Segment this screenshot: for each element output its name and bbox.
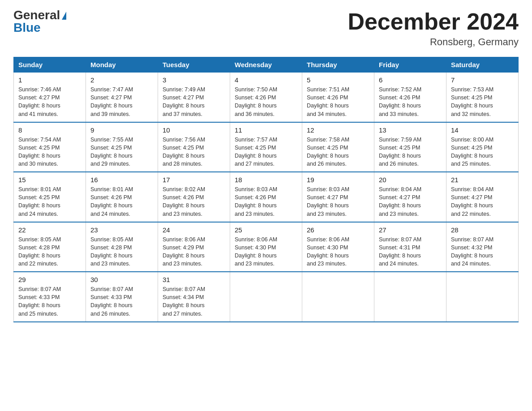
day-number: 13 [379, 126, 442, 134]
day-info: Sunrise: 7:58 AMSunset: 4:25 PMDaylight:… [307, 136, 369, 168]
calendar-cell: 31Sunrise: 8:07 AMSunset: 4:34 PMDayligh… [158, 272, 230, 322]
day-info: Sunrise: 8:06 AMSunset: 4:30 PMDaylight:… [307, 235, 369, 268]
day-number: 21 [451, 176, 514, 184]
day-number: 18 [235, 176, 297, 184]
calendar-cell: 20Sunrise: 8:04 AMSunset: 4:27 PMDayligh… [374, 172, 446, 222]
day-number: 2 [90, 76, 153, 84]
calendar-cell: 7Sunrise: 7:53 AMSunset: 4:25 PMDaylight… [446, 73, 519, 122]
calendar-subtitle: Ronsberg, Germany [348, 36, 519, 48]
logo-blue-text: Blue [13, 21, 41, 34]
calendar-cell: 13Sunrise: 7:59 AMSunset: 4:25 PMDayligh… [374, 122, 446, 172]
day-info: Sunrise: 8:01 AMSunset: 4:26 PMDaylight:… [90, 185, 153, 218]
calendar-cell: 6Sunrise: 7:52 AMSunset: 4:26 PMDaylight… [374, 73, 446, 122]
day-number: 6 [379, 76, 442, 84]
calendar-cell [374, 272, 446, 322]
day-number: 9 [90, 126, 153, 134]
day-number: 28 [451, 226, 514, 234]
calendar-cell: 14Sunrise: 8:00 AMSunset: 4:25 PMDayligh… [446, 122, 519, 172]
day-number: 25 [235, 226, 297, 234]
day-info: Sunrise: 8:03 AMSunset: 4:26 PMDaylight:… [235, 185, 297, 218]
day-info: Sunrise: 8:05 AMSunset: 4:28 PMDaylight:… [18, 235, 81, 268]
calendar-cell: 15Sunrise: 8:01 AMSunset: 4:25 PMDayligh… [14, 172, 86, 222]
col-header-saturday: Saturday [446, 57, 519, 73]
day-info: Sunrise: 7:47 AMSunset: 4:27 PMDaylight:… [90, 86, 153, 118]
calendar-cell: 19Sunrise: 8:03 AMSunset: 4:27 PMDayligh… [302, 172, 374, 222]
calendar-cell: 17Sunrise: 8:02 AMSunset: 4:26 PMDayligh… [158, 172, 230, 222]
calendar-table: SundayMondayTuesdayWednesdayThursdayFrid… [13, 57, 519, 322]
day-info: Sunrise: 7:56 AMSunset: 4:25 PMDaylight:… [163, 136, 225, 168]
calendar-cell [446, 272, 519, 322]
day-number: 20 [379, 176, 442, 184]
day-info: Sunrise: 8:04 AMSunset: 4:27 PMDaylight:… [451, 185, 514, 218]
day-number: 30 [90, 276, 153, 283]
day-info: Sunrise: 7:49 AMSunset: 4:27 PMDaylight:… [163, 86, 225, 118]
day-number: 17 [163, 176, 225, 184]
col-header-wednesday: Wednesday [230, 57, 302, 73]
day-info: Sunrise: 8:07 AMSunset: 4:32 PMDaylight:… [451, 235, 514, 268]
calendar-cell: 29Sunrise: 8:07 AMSunset: 4:33 PMDayligh… [14, 272, 86, 322]
day-info: Sunrise: 7:51 AMSunset: 4:26 PMDaylight:… [307, 86, 369, 118]
calendar-cell: 27Sunrise: 8:07 AMSunset: 4:31 PMDayligh… [374, 222, 446, 272]
day-number: 22 [18, 226, 81, 234]
calendar-cell: 11Sunrise: 7:57 AMSunset: 4:25 PMDayligh… [230, 122, 302, 172]
calendar-cell: 26Sunrise: 8:06 AMSunset: 4:30 PMDayligh… [302, 222, 374, 272]
logo-general-line: General [13, 9, 66, 21]
calendar-week-row: 29Sunrise: 8:07 AMSunset: 4:33 PMDayligh… [14, 272, 519, 322]
col-header-tuesday: Tuesday [158, 57, 230, 73]
logo: General Blue [13, 9, 66, 34]
day-info: Sunrise: 8:07 AMSunset: 4:33 PMDaylight:… [18, 285, 81, 318]
calendar-cell: 2Sunrise: 7:47 AMSunset: 4:27 PMDaylight… [86, 73, 158, 122]
day-info: Sunrise: 8:05 AMSunset: 4:28 PMDaylight:… [90, 235, 153, 268]
day-info: Sunrise: 8:02 AMSunset: 4:26 PMDaylight:… [163, 185, 225, 218]
day-number: 1 [18, 76, 81, 84]
day-number: 10 [163, 126, 225, 134]
calendar-cell: 3Sunrise: 7:49 AMSunset: 4:27 PMDaylight… [158, 73, 230, 122]
day-number: 16 [90, 176, 153, 184]
day-info: Sunrise: 8:00 AMSunset: 4:25 PMDaylight:… [451, 136, 514, 168]
day-number: 15 [18, 176, 81, 184]
calendar-week-row: 8Sunrise: 7:54 AMSunset: 4:25 PMDaylight… [14, 122, 519, 172]
day-info: Sunrise: 8:03 AMSunset: 4:27 PMDaylight:… [307, 185, 369, 218]
calendar-title: December 2024 [348, 9, 519, 34]
calendar-cell [302, 272, 374, 322]
calendar-header-row: SundayMondayTuesdayWednesdayThursdayFrid… [14, 57, 519, 73]
calendar-week-row: 1Sunrise: 7:46 AMSunset: 4:27 PMDaylight… [14, 73, 519, 122]
day-number: 23 [90, 226, 153, 234]
calendar-cell: 21Sunrise: 8:04 AMSunset: 4:27 PMDayligh… [446, 172, 519, 222]
day-number: 19 [307, 176, 369, 184]
day-number: 29 [18, 276, 81, 283]
col-header-sunday: Sunday [14, 57, 86, 73]
col-header-monday: Monday [86, 57, 158, 73]
day-info: Sunrise: 8:07 AMSunset: 4:33 PMDaylight:… [90, 285, 153, 318]
day-info: Sunrise: 7:53 AMSunset: 4:25 PMDaylight:… [451, 86, 514, 118]
col-header-thursday: Thursday [302, 57, 374, 73]
calendar-cell: 16Sunrise: 8:01 AMSunset: 4:26 PMDayligh… [86, 172, 158, 222]
day-number: 12 [307, 126, 369, 134]
day-number: 26 [307, 226, 369, 234]
calendar-cell: 10Sunrise: 7:56 AMSunset: 4:25 PMDayligh… [158, 122, 230, 172]
page-header: General Blue December 2024 Ronsberg, Ger… [13, 9, 519, 48]
day-number: 11 [235, 126, 297, 134]
day-info: Sunrise: 8:06 AMSunset: 4:29 PMDaylight:… [163, 235, 225, 268]
day-info: Sunrise: 7:46 AMSunset: 4:27 PMDaylight:… [18, 86, 81, 118]
calendar-cell: 24Sunrise: 8:06 AMSunset: 4:29 PMDayligh… [158, 222, 230, 272]
calendar-cell: 28Sunrise: 8:07 AMSunset: 4:32 PMDayligh… [446, 222, 519, 272]
logo-triangle-icon [62, 12, 66, 20]
calendar-cell: 18Sunrise: 8:03 AMSunset: 4:26 PMDayligh… [230, 172, 302, 222]
day-info: Sunrise: 7:55 AMSunset: 4:25 PMDaylight:… [90, 136, 153, 168]
day-number: 7 [451, 76, 514, 84]
day-info: Sunrise: 7:54 AMSunset: 4:25 PMDaylight:… [18, 136, 81, 168]
calendar-cell: 8Sunrise: 7:54 AMSunset: 4:25 PMDaylight… [14, 122, 86, 172]
title-block: December 2024 Ronsberg, Germany [348, 9, 519, 48]
day-number: 8 [18, 126, 81, 134]
calendar-cell: 23Sunrise: 8:05 AMSunset: 4:28 PMDayligh… [86, 222, 158, 272]
day-info: Sunrise: 7:52 AMSunset: 4:26 PMDaylight:… [379, 86, 442, 118]
calendar-cell: 25Sunrise: 8:06 AMSunset: 4:30 PMDayligh… [230, 222, 302, 272]
day-number: 24 [163, 226, 225, 234]
calendar-cell: 4Sunrise: 7:50 AMSunset: 4:26 PMDaylight… [230, 73, 302, 122]
col-header-friday: Friday [374, 57, 446, 73]
day-info: Sunrise: 8:06 AMSunset: 4:30 PMDaylight:… [235, 235, 297, 268]
day-number: 5 [307, 76, 369, 84]
logo-general-text: General [13, 8, 60, 22]
calendar-cell: 9Sunrise: 7:55 AMSunset: 4:25 PMDaylight… [86, 122, 158, 172]
